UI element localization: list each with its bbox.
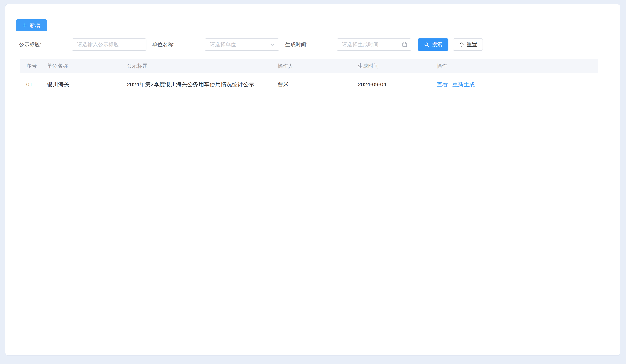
unit-select[interactable]	[205, 38, 279, 51]
notice-table: 序号 单位名称 公示标题 操作人 生成时间 操作 01 银川海关 2024年第2…	[20, 59, 598, 96]
reset-button[interactable]: 重置	[453, 38, 483, 51]
unit-filter-label: 单位名称:	[152, 41, 205, 48]
time-filter-label: 生成时间:	[285, 41, 337, 48]
unit-filter-field	[205, 38, 279, 51]
time-date-picker[interactable]	[337, 38, 411, 51]
plus-icon: +	[23, 22, 27, 29]
view-link[interactable]: 查看	[437, 81, 448, 88]
reset-button-label: 重置	[467, 41, 477, 48]
col-header-title: 公示标题	[120, 63, 271, 70]
refresh-left-icon	[459, 42, 464, 47]
regenerate-link[interactable]: 重新生成	[452, 81, 475, 88]
title-filter-input[interactable]	[72, 38, 146, 51]
page: { "colors": { "accent": "#3899f8", "page…	[0, 0, 626, 364]
col-header-operator: 操作人	[271, 63, 351, 70]
table-header-row: 序号 单位名称 公示标题 操作人 生成时间 操作	[20, 59, 598, 73]
title-filter-field	[72, 38, 146, 51]
search-button-label: 搜索	[432, 41, 442, 48]
title-filter-label: 公示标题:	[19, 41, 72, 48]
col-header-time: 生成时间	[351, 63, 430, 70]
row-index-cell: 01	[20, 81, 40, 88]
add-button[interactable]: + 新增	[16, 19, 47, 31]
col-header-actions: 操作	[430, 63, 598, 70]
time-filter-field	[337, 38, 411, 51]
filter-bar: 公示标题: 单位名称: 生成时间:	[19, 38, 483, 51]
col-header-unit: 单位名称	[40, 63, 120, 70]
row-title-cell: 2024年第2季度银川海关公务用车使用情况统计公示	[120, 81, 271, 88]
row-unit-cell: 银川海关	[40, 81, 120, 88]
table-row: 01 银川海关 2024年第2季度银川海关公务用车使用情况统计公示 曹米 202…	[20, 73, 598, 96]
add-button-label: 新增	[30, 22, 40, 29]
search-icon	[424, 42, 430, 47]
content-card: + 新增 公示标题: 单位名称: 生成时间:	[5, 4, 620, 356]
row-operator-cell: 曹米	[271, 81, 351, 88]
row-actions-cell: 查看 重新生成	[430, 81, 598, 88]
row-time-cell: 2024-09-04	[351, 81, 430, 88]
col-header-index: 序号	[20, 63, 40, 70]
search-button[interactable]: 搜索	[418, 38, 448, 51]
